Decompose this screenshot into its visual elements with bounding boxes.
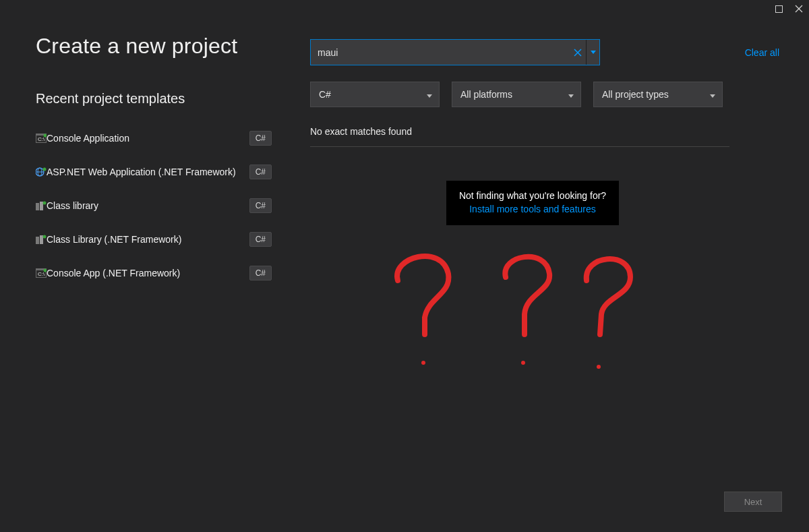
search-status-message: No exact matches found <box>310 126 729 147</box>
language-tag: C# <box>249 198 272 213</box>
svg-point-10 <box>43 168 47 171</box>
language-filter-label: C# <box>319 89 331 100</box>
web-app-icon <box>36 167 47 177</box>
search-dropdown-button[interactable] <box>586 40 599 65</box>
window-titlebar <box>0 0 809 19</box>
recent-template-item[interactable]: Class Library (.NET Framework) C# <box>36 232 272 247</box>
class-library-icon <box>36 200 47 211</box>
chevron-down-icon <box>568 89 574 100</box>
project-type-filter-select[interactable]: All project types <box>593 82 723 107</box>
class-library-icon <box>36 234 47 245</box>
language-tag: C# <box>249 165 272 179</box>
svg-marker-24 <box>427 94 432 98</box>
svg-rect-15 <box>40 235 43 244</box>
recent-template-item[interactable]: Class library C# <box>36 198 272 213</box>
svg-point-29 <box>597 365 601 369</box>
svg-text:C:\: C:\ <box>38 136 45 142</box>
template-search-input[interactable] <box>311 40 570 65</box>
svg-point-16 <box>43 235 47 239</box>
svg-point-13 <box>43 202 47 205</box>
template-name: Class library <box>47 200 249 211</box>
template-name: Class Library (.NET Framework) <box>47 234 249 245</box>
svg-marker-26 <box>710 94 715 98</box>
clear-all-link[interactable]: Clear all <box>745 47 782 58</box>
svg-marker-23 <box>591 51 596 54</box>
search-clear-button[interactable] <box>570 40 586 65</box>
platform-filter-label: All platforms <box>460 89 512 100</box>
recent-template-item[interactable]: ASP.NET Web Application (.NET Framework)… <box>36 165 272 179</box>
template-name: Console App (.NET Framework) <box>47 268 249 278</box>
install-more-tools-link[interactable]: Install more tools and features <box>453 204 612 214</box>
page-title: Create a new project <box>36 34 310 59</box>
question-marks-annotation <box>351 247 647 382</box>
svg-marker-25 <box>568 94 574 98</box>
window-maximize-button[interactable] <box>769 0 789 18</box>
svg-text:C:\: C:\ <box>38 271 45 277</box>
recent-template-item[interactable]: C:\ Console Application C# <box>36 131 272 146</box>
language-tag: C# <box>249 232 272 247</box>
svg-rect-11 <box>36 203 39 210</box>
svg-point-28 <box>521 361 525 365</box>
template-name: Console Application <box>47 133 249 144</box>
next-button[interactable]: Next <box>724 492 782 512</box>
language-tag: C# <box>249 266 272 280</box>
recent-template-item[interactable]: C:\ Console App (.NET Framework) C# <box>36 266 272 280</box>
platform-filter-select[interactable]: All platforms <box>452 82 581 107</box>
not-finding-text: Not finding what you're looking for? <box>453 190 612 201</box>
template-search-wrap <box>310 39 600 65</box>
svg-rect-0 <box>775 5 782 12</box>
console-icon: C:\ <box>36 133 47 144</box>
language-tag: C# <box>249 131 272 146</box>
window-close-button[interactable] <box>789 0 809 18</box>
recent-templates-heading: Recent project templates <box>36 91 310 107</box>
project-type-filter-label: All project types <box>602 89 669 100</box>
template-name: ASP.NET Web Application (.NET Framework) <box>47 167 249 177</box>
svg-rect-12 <box>40 202 43 210</box>
chevron-down-icon <box>427 89 432 100</box>
language-filter-select[interactable]: C# <box>310 82 440 107</box>
not-finding-panel: Not finding what you're looking for? Ins… <box>446 181 619 225</box>
svg-point-27 <box>421 361 425 365</box>
console-icon: C:\ <box>36 268 47 278</box>
chevron-down-icon <box>710 89 715 100</box>
svg-rect-14 <box>36 237 39 244</box>
recent-templates-list: C:\ Console Application C# ASP.NET Web A… <box>36 131 310 280</box>
